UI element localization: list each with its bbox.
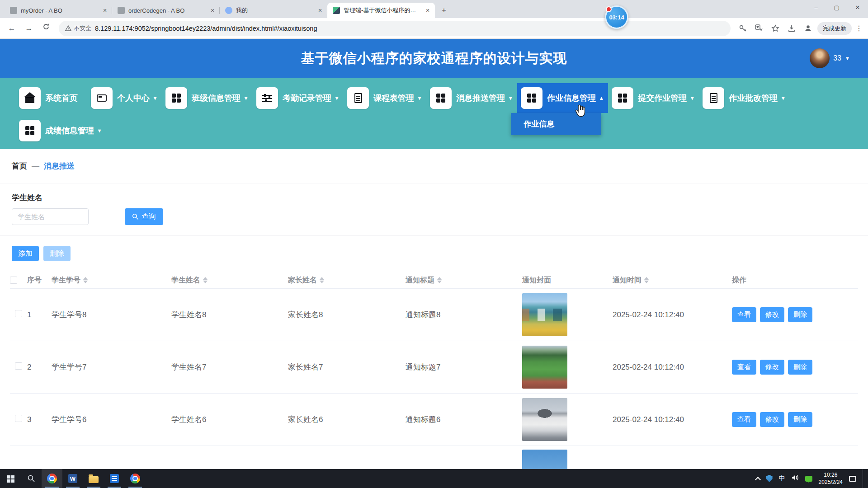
edit-button[interactable]: 修改 (760, 360, 784, 375)
taskbar-search-button[interactable] (21, 469, 42, 488)
nav-item-system-home[interactable]: 系统首页 (15, 83, 87, 113)
ime-language-indicator[interactable]: 中 (779, 474, 785, 483)
profile-icon[interactable] (801, 22, 815, 35)
minimize-button[interactable]: – (806, 0, 826, 15)
tray-expand-icon[interactable] (755, 477, 761, 483)
file-explorer-icon (89, 476, 99, 483)
row-checkbox[interactable] (15, 310, 22, 317)
volume-icon[interactable] (792, 474, 799, 483)
student-name-input[interactable] (12, 208, 89, 225)
nav-item-message-push[interactable]: 消息推送管理 ▾ (426, 83, 517, 113)
chevron-down-icon: ▾ (154, 95, 156, 101)
table-row: 2 学生学号7 学生姓名7 家长姓名7 通知标题7 2025-02-24 10:… (10, 341, 858, 394)
tab-close-icon[interactable]: ✕ (424, 7, 431, 14)
cell-parent-name: 家长姓名8 (288, 310, 406, 320)
start-button[interactable] (0, 469, 21, 488)
row-checkbox[interactable] (15, 415, 22, 422)
cell-notice-time: 2025-02-24 10:12:40 (613, 415, 732, 424)
nav-item-label: 课程表管理 (373, 93, 414, 103)
edit-button[interactable]: 修改 (760, 307, 784, 322)
sort-caret-icon[interactable] (437, 277, 442, 283)
row-checkbox[interactable] (15, 362, 22, 370)
row-delete-button[interactable]: 删除 (788, 360, 812, 375)
notice-cover-image (522, 450, 567, 469)
defender-shield-icon[interactable] (766, 475, 773, 482)
select-all-checkbox[interactable] (10, 277, 17, 284)
nav-item-personal-center[interactable]: 个人中心 ▾ (87, 83, 162, 113)
add-button[interactable]: 添加 (12, 246, 39, 261)
nav-item-homework-review[interactable]: 作业批改管理 ▾ (699, 83, 790, 113)
tab-close-icon[interactable]: ✕ (316, 7, 324, 14)
nav-item-homework-info[interactable]: 作业信息管理 ▴ 作业信息 (517, 83, 608, 113)
nav-item-class-info[interactable]: 班级信息管理 ▾ (162, 83, 253, 113)
col-header-index: 序号 (27, 276, 42, 285)
chevron-down-icon: ▾ (509, 95, 512, 101)
view-button[interactable]: 查看 (732, 307, 756, 322)
taskbar-word-button[interactable]: W (62, 469, 83, 488)
row-delete-button[interactable]: 删除 (788, 412, 812, 427)
password-key-icon[interactable] (736, 22, 750, 35)
view-button[interactable]: 查看 (732, 360, 756, 375)
taskbar-chrome2-button[interactable] (125, 469, 146, 488)
nav-row-1: 系统首页 个人中心 ▾ 班级信息管理 ▾ 考勤记录管理 ▾ (15, 83, 868, 113)
breadcrumb-home-link[interactable]: 首页 (12, 161, 27, 171)
nav-item-homework-submit[interactable]: 提交作业管理 ▾ (608, 83, 699, 113)
breadcrumb: 首页 — 消息推送 (0, 149, 868, 183)
taskbar-explorer-button[interactable] (83, 469, 104, 488)
security-chip[interactable]: 不安全 (65, 24, 91, 33)
delete-button[interactable]: 删除 (43, 246, 71, 261)
chrome-update-button[interactable]: 完成更新 (817, 22, 852, 35)
back-button[interactable]: ← (5, 21, 19, 36)
sort-caret-icon[interactable] (644, 277, 649, 283)
user-menu[interactable]: 33 ▼ (810, 39, 850, 78)
address-bar[interactable]: 不安全 8.129.11.174:9052/springboot14ey2223… (59, 21, 731, 36)
nav-item-grades[interactable]: 成绩信息管理 ▾ (15, 116, 106, 145)
word-icon: W (68, 474, 77, 483)
close-button[interactable]: ✕ (847, 0, 868, 15)
browser-tab-admin-active[interactable]: 管理端-基于微信小程序的家校 ✕ (327, 3, 435, 18)
row-delete-button[interactable]: 删除 (788, 307, 812, 322)
user-avatar[interactable] (810, 48, 830, 68)
sort-caret-icon[interactable] (203, 277, 208, 283)
nav-item-attendance[interactable]: 考勤记录管理 ▾ (253, 83, 344, 113)
nav-item-label: 作业信息管理 (547, 93, 596, 103)
nav-item-label: 提交作业管理 (638, 93, 687, 103)
page-viewport: 基于微信小程序的家校通程序的设计与实现 33 ▼ 系统首页 个人中心 ▾ (0, 39, 868, 469)
maximize-button[interactable]: ▢ (826, 0, 847, 15)
grid-icon (521, 87, 542, 109)
sort-caret-icon[interactable] (83, 277, 88, 283)
show-desktop-button[interactable] (863, 469, 865, 488)
tab-close-icon[interactable]: ✕ (209, 7, 216, 14)
edit-button[interactable]: 修改 (760, 412, 784, 427)
reload-button[interactable] (39, 21, 53, 36)
nav-item-label: 个人中心 (117, 93, 150, 103)
cell-student-id: 学生学号7 (52, 362, 171, 372)
chrome-icon (47, 474, 57, 483)
view-button[interactable]: 查看 (732, 412, 756, 427)
browser-tab-ordercodegen[interactable]: orderCodegen - A BO ✕ (112, 3, 220, 18)
tab-close-icon[interactable]: ✕ (101, 7, 108, 14)
bookmark-star-icon[interactable] (769, 22, 782, 35)
taskbar-blue-app-button[interactable] (104, 469, 125, 488)
query-button[interactable]: 查询 (125, 208, 163, 225)
cell-notice-title: 通知标题7 (406, 362, 522, 372)
nav-item-timetable[interactable]: 课程表管理 ▾ (344, 83, 426, 113)
browser-tab-myorder[interactable]: myOrder - A BO ✕ (5, 3, 112, 18)
downloads-icon[interactable] (785, 22, 798, 35)
translate-icon[interactable] (752, 22, 766, 35)
forward-button[interactable]: → (22, 21, 36, 36)
sort-caret-icon[interactable] (320, 277, 324, 283)
cell-student-id: 学生学号8 (52, 310, 171, 320)
cell-parent-name: 家长姓名7 (288, 362, 406, 372)
chat-app-icon[interactable] (805, 476, 812, 482)
col-header-ops: 操作 (732, 276, 746, 285)
action-center-icon[interactable] (849, 476, 856, 482)
browser-menu-icon[interactable]: ⋮ (854, 24, 863, 33)
nav-dropdown-item-homework-info[interactable]: 作业信息 (511, 113, 601, 135)
new-tab-button[interactable]: + (438, 4, 450, 17)
browser-tab-mine[interactable]: 我的 ✕ (220, 3, 327, 18)
taskbar-chrome-button[interactable] (42, 469, 62, 488)
taskbar-clock[interactable]: 10:26 2025/2/24 (819, 471, 843, 486)
schedule-icon (347, 87, 369, 109)
search-icon (132, 213, 139, 220)
